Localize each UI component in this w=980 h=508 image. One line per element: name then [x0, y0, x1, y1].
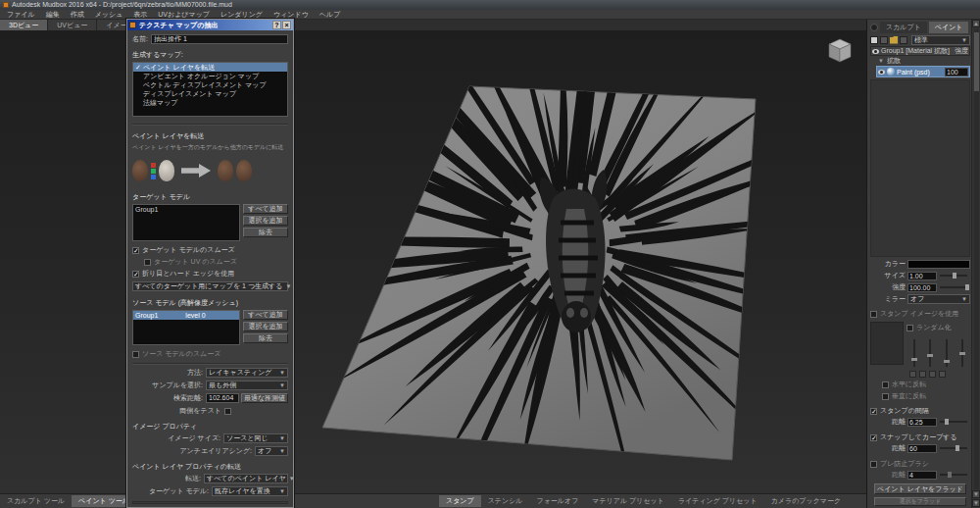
- smooth-source-checkbox[interactable]: ✓: [132, 351, 139, 358]
- search-distance-input[interactable]: 102.604: [206, 393, 239, 403]
- close-button[interactable]: ×: [282, 21, 291, 29]
- antialiasing-dropdown[interactable]: オフ ▼: [255, 446, 288, 456]
- target-add-all-button[interactable]: すべて追加: [243, 204, 288, 214]
- map-combine-dropdown[interactable]: すべてのターゲット用にマップを 1 つ生成する ▼: [132, 281, 288, 291]
- steady-value[interactable]: 4: [907, 471, 937, 480]
- visibility-icon[interactable]: [878, 70, 885, 75]
- layer-opacity-value[interactable]: 100: [945, 68, 968, 76]
- spacing-slider[interactable]: [940, 421, 967, 423]
- color-swatch[interactable]: [907, 260, 970, 269]
- help-button[interactable]: ?: [272, 21, 281, 29]
- stamp-spacing-checkbox[interactable]: ✓: [870, 408, 877, 415]
- flip-v-checkbox[interactable]: ✓: [882, 393, 889, 400]
- tray-lighting-presets[interactable]: ライティング プリセット: [671, 495, 764, 507]
- tab-sculpt-layers[interactable]: スカルプト: [880, 22, 927, 33]
- stamp-transform-icons[interactable]: [909, 371, 970, 378]
- mirror-dropdown[interactable]: オフ ▼: [907, 294, 970, 304]
- smooth-target-uv-checkbox[interactable]: ✓: [144, 259, 151, 266]
- flood-selection-button[interactable]: 選択をフラッド: [874, 497, 966, 506]
- target-model-item[interactable]: Group1: [133, 205, 239, 214]
- dialog-titlebar[interactable]: テクスチャ マップの抽出 ? ×: [127, 20, 293, 30]
- name-input[interactable]: 抽出操作 1: [151, 34, 288, 44]
- flood-paint-layer-button[interactable]: ペイント レイヤをフラッド: [874, 483, 966, 494]
- viewcube[interactable]: [823, 32, 857, 66]
- tray-sculpt-tools[interactable]: スカルプト ツール: [0, 495, 72, 507]
- randomize-sliders[interactable]: [906, 333, 970, 367]
- method-dropdown[interactable]: レイキャスティング ▼: [206, 368, 288, 378]
- layer-list-empty-area: [870, 79, 970, 257]
- menu-mesh[interactable]: メッシュ: [95, 10, 123, 20]
- visibility-icon[interactable]: [872, 49, 879, 54]
- target-mode-dropdown[interactable]: 既存レイヤを置換 ▼: [212, 486, 288, 496]
- scroll-up-icon[interactable]: ▲: [972, 20, 980, 27]
- tray-stencil[interactable]: ステンシル: [481, 495, 530, 507]
- size-slider[interactable]: [940, 275, 967, 277]
- delete-layer-icon[interactable]: [900, 36, 907, 44]
- transfer-dropdown[interactable]: すべてのペイント レイヤ ▼: [204, 474, 288, 483]
- map-item-normal[interactable]: 法線マップ: [133, 98, 287, 107]
- steady-stroke-checkbox[interactable]: ✓: [870, 461, 877, 468]
- menu-uv-maps[interactable]: UVおよびマップ: [158, 10, 210, 20]
- snap-slider[interactable]: [940, 447, 967, 449]
- stamp-preview[interactable]: [870, 322, 904, 365]
- panel-scrollbar[interactable]: ▲ ▼ ▼: [971, 20, 980, 508]
- blend-mode-dropdown[interactable]: 標準 ▼: [911, 35, 970, 45]
- menu-render[interactable]: レンダリング: [220, 10, 263, 20]
- map-item-transfer-paint-layers[interactable]: ✓ペイント レイヤを転送: [133, 63, 287, 72]
- best-guess-button[interactable]: 最適な推測値: [241, 393, 288, 403]
- chevron-down-icon: ▼: [282, 282, 291, 290]
- strength-value[interactable]: 100.00: [907, 283, 937, 292]
- channel-group-row[interactable]: ▼ 拡散: [870, 56, 970, 66]
- size-value[interactable]: 1.00: [907, 272, 937, 280]
- menu-edit[interactable]: 編集: [46, 10, 60, 20]
- map-item-vector-displacement[interactable]: ベクトル ディスプレイスメント マップ: [133, 80, 287, 89]
- object-row[interactable]: Group1 [Material 拡散] 強度: [870, 46, 970, 56]
- target-model-list[interactable]: Group1: [132, 204, 240, 241]
- image-size-dropdown[interactable]: ソースと同じ ▼: [223, 433, 288, 443]
- source-add-all-button[interactable]: すべて追加: [243, 310, 288, 320]
- target-remove-button[interactable]: 除去: [243, 228, 288, 237]
- tray-camera-bookmarks[interactable]: カメラのブックマーク: [764, 495, 848, 507]
- source-model-item[interactable]: Group1 level 0: [133, 311, 239, 320]
- tab-paint-layers[interactable]: ペイント: [929, 22, 969, 33]
- tray-falloff[interactable]: フォールオフ: [529, 495, 585, 507]
- spacing-value[interactable]: 6.25: [907, 418, 937, 427]
- snap-value[interactable]: 60: [907, 444, 937, 453]
- crease-hard-edge-checkbox[interactable]: ✓: [132, 271, 139, 278]
- strength-slider[interactable]: [940, 286, 967, 288]
- source-add-selected-button[interactable]: 選択を追加: [243, 322, 288, 331]
- menu-create[interactable]: 作成: [71, 10, 84, 20]
- distance-label: 距離: [870, 417, 906, 427]
- duplicate-layer-icon[interactable]: [880, 36, 888, 44]
- menu-file[interactable]: ファイル: [7, 10, 35, 20]
- scroll-down-icon[interactable]: ▼: [972, 490, 980, 498]
- tray-material-presets[interactable]: マテリアル プリセット: [585, 495, 671, 507]
- map-item-ambient-occlusion[interactable]: アンビエント オクルージョン マップ: [133, 72, 287, 80]
- target-add-selected-button[interactable]: 選択を追加: [243, 216, 288, 226]
- flip-h-checkbox[interactable]: ✓: [882, 381, 889, 388]
- tab-uv-view[interactable]: UVビュー: [48, 20, 97, 30]
- randomize-checkbox[interactable]: ✓: [906, 325, 913, 331]
- steady-slider[interactable]: [940, 474, 967, 476]
- test-both-sides-checkbox[interactable]: ✓: [224, 408, 231, 415]
- paint-layer-row[interactable]: Paint (psd) 100: [876, 66, 970, 77]
- snap-curve-checkbox[interactable]: ✓: [870, 434, 877, 441]
- tab-3d-view[interactable]: 3Dビュー: [0, 20, 48, 30]
- new-layer-icon[interactable]: [870, 36, 878, 44]
- new-group-icon[interactable]: [890, 36, 898, 44]
- scroll-down-icon[interactable]: ▼: [972, 499, 980, 507]
- scroll-track[interactable]: [974, 28, 979, 489]
- panel-gear-icon[interactable]: [870, 24, 878, 31]
- source-remove-button[interactable]: 除去: [243, 333, 288, 343]
- scroll-thumb[interactable]: [974, 32, 979, 91]
- source-model-list[interactable]: Group1 level 0: [132, 310, 240, 345]
- map-item-displacement[interactable]: ディスプレイスメント マップ: [133, 89, 287, 98]
- menu-windows[interactable]: ウィンドウ: [273, 10, 309, 20]
- menu-help[interactable]: ヘルプ: [319, 10, 341, 20]
- color-label: カラー: [870, 259, 906, 269]
- use-stamp-checkbox[interactable]: ✓: [870, 311, 877, 318]
- samples-dropdown[interactable]: 最も外側 ▼: [206, 381, 288, 390]
- tray-stamp[interactable]: スタンプ: [439, 495, 481, 507]
- smooth-target-checkbox[interactable]: ✓: [132, 247, 139, 254]
- menu-display[interactable]: 表示: [133, 10, 147, 20]
